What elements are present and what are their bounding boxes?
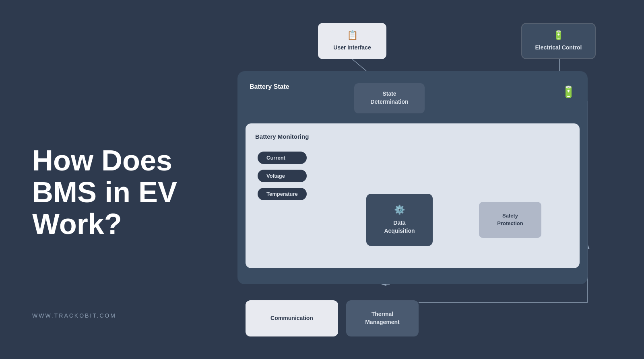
user-interface-box: 📋 User Interface xyxy=(318,23,386,59)
electrical-icon: 🔋 xyxy=(553,30,564,41)
voltage-sensor: Voltage xyxy=(258,170,307,182)
data-acquisition-box: ⚙️ Data Acquisition xyxy=(366,194,433,246)
diagram-wrapper: 📋 User Interface 🔋 Electrical Control Ba… xyxy=(237,23,600,336)
user-interface-label: User Interface xyxy=(333,44,371,52)
main-title: How Does BMS in EV Work? xyxy=(32,145,185,240)
main-container: Battery State 🔋 State Determination Batt… xyxy=(237,71,588,284)
processor-icon: ⚙️ xyxy=(394,205,405,215)
battery-monitoring-label: Battery Monitoring xyxy=(255,133,570,140)
battery-icon: 🔋 xyxy=(561,85,576,98)
thermal-management-label: Thermal Management xyxy=(365,310,400,326)
state-determination-box: State Determination xyxy=(354,83,425,113)
monitoring-container: Battery Monitoring Current Voltage Tempe… xyxy=(246,123,580,268)
right-panel: 📋 User Interface 🔋 Electrical Control Ba… xyxy=(209,0,644,359)
communication-box: Communication xyxy=(246,300,338,336)
thermal-management-box: Thermal Management xyxy=(346,300,419,336)
left-panel: How Does BMS in EV Work? WWW.TRACKOBIT.C… xyxy=(0,0,209,359)
temperature-sensor: Temperature xyxy=(258,188,307,200)
data-acquisition-label: Data Acquisition xyxy=(384,219,415,235)
document-icon: 📋 xyxy=(347,30,358,41)
safety-protection-label: Safety Protection xyxy=(497,212,523,227)
communication-label: Communication xyxy=(270,314,313,322)
electrical-control-label: Electrical Control xyxy=(535,44,582,52)
current-sensor: Current xyxy=(258,152,307,164)
website-url: WWW.TRACKOBIT.COM xyxy=(32,312,185,319)
electrical-control-box: 🔋 Electrical Control xyxy=(521,23,596,59)
sensors-column: Current Voltage Temperature xyxy=(258,152,307,200)
state-determination-label: State Determination xyxy=(370,90,408,106)
safety-protection-box: Safety Protection xyxy=(479,202,541,238)
